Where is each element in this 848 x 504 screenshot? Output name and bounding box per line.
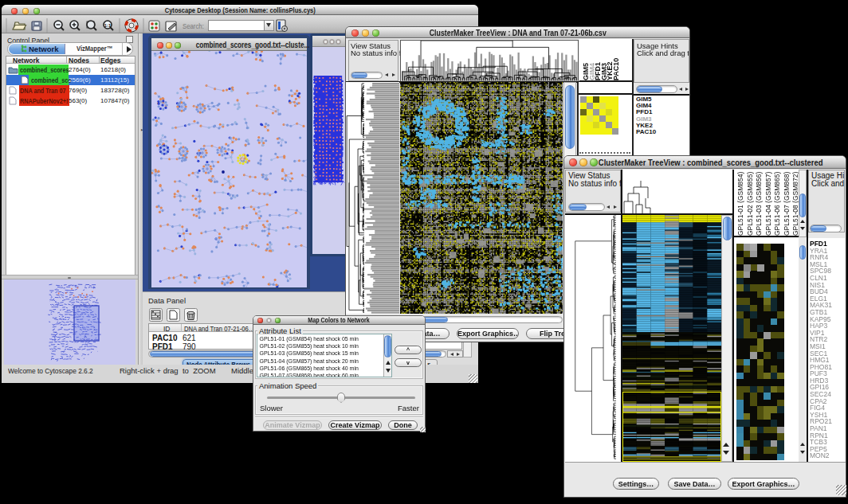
svg-text:1:1: 1:1	[104, 23, 112, 28]
